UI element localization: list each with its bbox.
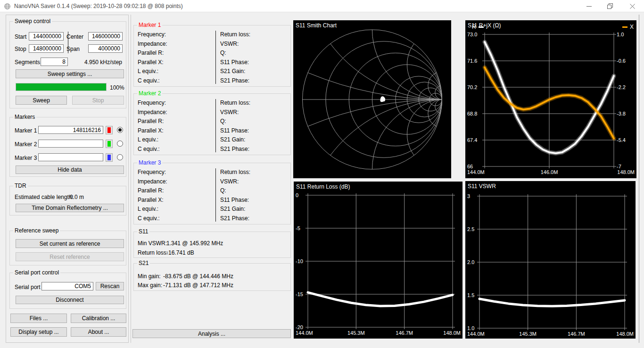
nanovna-saver-window: NanoVNA Saver 0.1.4 (Sweep: 2019-10-28 0…: [0, 0, 644, 348]
marker-details-divider: [215, 99, 216, 152]
marker-1-radio[interactable]: [117, 127, 123, 133]
max-gain-value: -71.131 dB @ 147.712 MHz: [163, 282, 233, 289]
minimize-button[interactable]: [581, 0, 597, 12]
span-input[interactable]: [88, 44, 123, 53]
close-icon: [630, 4, 635, 9]
min-vswr-label: Min VSWR:: [138, 240, 167, 247]
svg-text:67.4: 67.4: [467, 137, 477, 143]
titlebar: NanoVNA Saver 0.1.4 (Sweep: 2019-10-28 0…: [0, 0, 644, 12]
display-setup-button[interactable]: Display setup ...: [10, 327, 67, 337]
minimize-icon: [586, 6, 592, 7]
svg-text:146.0M: 146.0M: [541, 169, 558, 175]
c-equiv-label: C equiv.:: [138, 77, 159, 84]
globe-icon: [4, 3, 11, 10]
s11-vswr-chart[interactable]: 32.52.01.51.0144.0M145.3M146.7M148.0MS11…: [465, 181, 636, 339]
impedance-label: Impedance:: [138, 109, 167, 116]
marker-1-input[interactable]: [38, 126, 103, 134]
parallel-x-label: Parallel X:: [138, 197, 164, 203]
l-equiv-label: L equiv.:: [138, 68, 158, 75]
marker-3-radio[interactable]: [117, 154, 123, 160]
smith-canvas: [293, 20, 451, 178]
about-button[interactable]: About ...: [71, 327, 126, 337]
c-equiv-label: C equiv.:: [138, 146, 159, 152]
tdr-title: TDR: [13, 183, 28, 189]
s11-info-group: S11 Min VSWR: 1.341 @ 145.992 MHz Return…: [133, 232, 291, 258]
right-edge-divider: [639, 15, 639, 343]
sweep-settings-button[interactable]: Sweep settings ...: [16, 69, 124, 78]
marker-details-divider: [215, 168, 216, 222]
start-label: Start: [15, 33, 26, 40]
svg-text:71.6: 71.6: [467, 58, 477, 64]
reset-reference-button[interactable]: Reset reference: [16, 252, 124, 261]
set-reference-button[interactable]: Set current as reference: [16, 239, 124, 248]
svg-text:148.0M: 148.0M: [443, 330, 461, 336]
sweep-button[interactable]: Sweep: [16, 96, 67, 105]
s21-gain-label: S21 Gain:: [220, 206, 245, 212]
return-loss-label: Return loss:: [220, 31, 250, 38]
chart-canvas: 73.071.670.268.867.4661.0-0.6-2.2-3.8-5.…: [465, 20, 636, 178]
legend-x: X: [622, 24, 634, 30]
stop-button[interactable]: Stop: [72, 96, 124, 105]
disconnect-button[interactable]: Disconnect: [16, 296, 124, 304]
parallel-r-label: Parallel R:: [138, 50, 164, 56]
s21-phase-label: S21 Phase:: [220, 77, 249, 84]
svg-text:-3.8: -3.8: [617, 111, 626, 116]
analysis-button[interactable]: Analysis ...: [132, 329, 291, 338]
serial-port-group: Serial port control Serial port Rescan D…: [9, 273, 126, 309]
svg-text:-5: -5: [296, 225, 300, 231]
center-input[interactable]: [88, 32, 123, 41]
svg-text:70.2: 70.2: [467, 84, 477, 90]
svg-text:146.7M: 146.7M: [568, 331, 585, 337]
parallel-r-label: Parallel R:: [138, 118, 164, 124]
stop-input[interactable]: [29, 44, 64, 53]
s21-phase-label: S21 Phase:: [220, 146, 249, 152]
marker-3-color-button[interactable]: [106, 153, 113, 162]
parallel-r-label: Parallel R:: [138, 187, 164, 194]
markers-group: Markers Marker 1 Marker 2 Marker 3 Hide …: [9, 117, 126, 177]
svg-text:144.0M: 144.0M: [467, 169, 485, 175]
rescan-button[interactable]: Rescan: [96, 282, 124, 290]
svg-text:145.3M: 145.3M: [347, 330, 365, 336]
marker-3-input[interactable]: [38, 153, 103, 161]
marker-2-input[interactable]: [38, 140, 103, 148]
cable-length-label: Estimated cable length:: [15, 194, 74, 200]
svg-text:146.7M: 146.7M: [396, 330, 413, 336]
start-input[interactable]: [29, 32, 64, 41]
s11-smith-chart[interactable]: S11 Smith Chart: [293, 20, 451, 178]
stop-label: Stop: [15, 46, 26, 52]
l-equiv-label: L equiv.:: [138, 136, 158, 143]
marker-2-color-button[interactable]: [106, 140, 113, 148]
q-label: Q:: [220, 50, 226, 56]
hide-data-button[interactable]: Hide data: [16, 166, 124, 174]
s11-return-loss-chart[interactable]: 0-5-10-15-20144.0M145.3M146.7M148.0MS11 …: [294, 182, 462, 339]
column-divider: [131, 15, 131, 343]
parallel-x-label: Parallel X:: [138, 59, 164, 66]
max-gain-label: Max gain:: [138, 282, 162, 289]
return-loss-label: Return loss:: [220, 169, 250, 175]
close-button[interactable]: [624, 0, 640, 12]
marker-2-radio[interactable]: [117, 141, 123, 147]
calibration-button[interactable]: Calibration ...: [71, 314, 126, 323]
marker-1-color-button[interactable]: [106, 126, 113, 134]
svg-text:2.5: 2.5: [467, 226, 474, 232]
svg-text:-20: -20: [296, 324, 303, 330]
segments-input[interactable]: [41, 58, 68, 66]
s21-gain-label: S21 Gain:: [220, 68, 245, 75]
return-loss-label: Return loss:: [220, 99, 250, 106]
return-loss-info-label: Return loss:: [138, 249, 168, 256]
sweep-column-divider: [68, 32, 68, 53]
svg-text:73.0: 73.0: [467, 32, 477, 37]
serial-port-label: Serial port: [15, 284, 41, 290]
files-button[interactable]: Files ...: [10, 314, 67, 323]
restore-button[interactable]: [602, 0, 618, 12]
serial-port-input[interactable]: [41, 282, 93, 290]
svg-text:148.0M: 148.0M: [617, 169, 635, 175]
s11-rjx-chart[interactable]: 73.071.670.268.867.4661.0-0.6-2.2-3.8-5.…: [465, 20, 636, 178]
marker-2-label: Marker 2: [15, 141, 37, 148]
tdr-button[interactable]: Time Domain Reflectometry ...: [16, 204, 124, 212]
svg-text:66: 66: [467, 164, 473, 169]
marker-2-details-title: Marker 2: [137, 91, 162, 97]
l-equiv-label: L equiv.:: [138, 206, 158, 212]
reference-sweep-title: Reference sweep: [13, 228, 60, 234]
marker-3-details-title: Marker 3: [137, 160, 162, 166]
